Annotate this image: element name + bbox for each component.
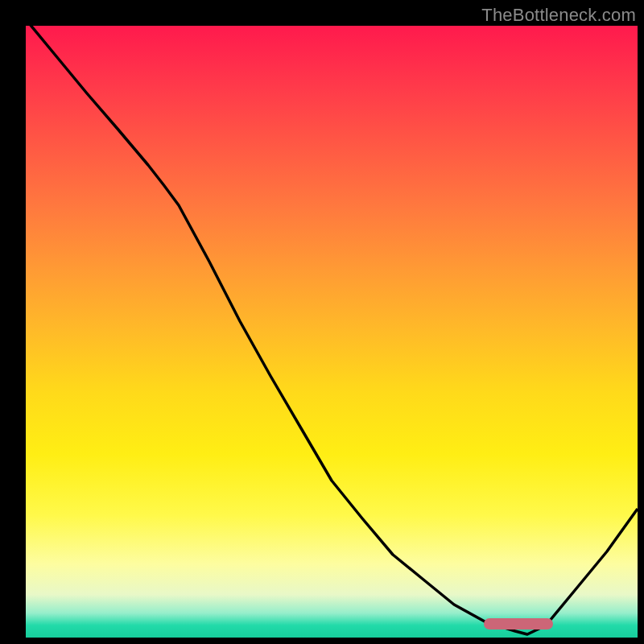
plot-area xyxy=(26,26,638,638)
bottleneck-curve xyxy=(26,26,638,634)
optimal-range-marker xyxy=(484,618,553,630)
chart-svg xyxy=(26,26,638,638)
watermark-text: TheBottleneck.com xyxy=(481,5,636,26)
chart-wrapper: TheBottleneck.com xyxy=(0,0,644,644)
